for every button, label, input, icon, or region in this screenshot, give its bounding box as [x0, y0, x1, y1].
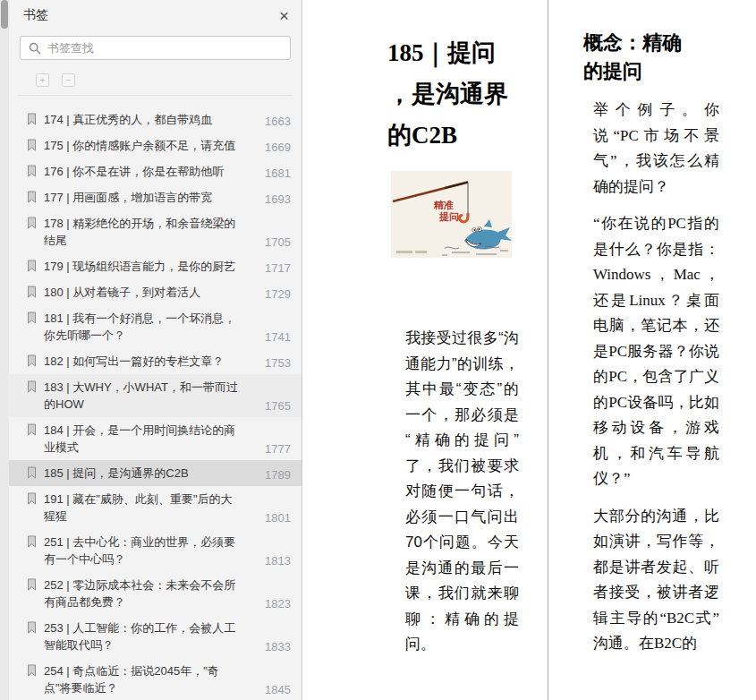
bookmark-item[interactable]: 183 | 大WHY，小WHAT，和一带而过的HOW 1765	[9, 374, 302, 417]
bookmark-item[interactable]: 251 | 去中心化：商业的世界，必须要有一个中心吗？ 1813	[9, 529, 302, 572]
bookmark-page-number: 1705	[265, 235, 291, 249]
bookmark-label: 185 | 提问，是沟通界的C2B	[44, 465, 239, 482]
bookmark-label: 179 | 现场组织语言能力，是你的厨艺	[44, 258, 239, 275]
bookmark-icon	[27, 286, 37, 298]
bookmark-icon	[27, 312, 37, 324]
panel-title: 书签	[23, 7, 48, 23]
bookmark-label: 177 | 用画面感，增加语言的带宽	[44, 189, 239, 206]
search-icon	[29, 42, 41, 55]
bookmark-label: 251 | 去中心化：商业的世界，必须要有一个中心吗？	[44, 534, 239, 568]
section-paragraph: 举个例子。你说“PC市场不景气”，我该怎么精确的提问？	[593, 98, 719, 200]
bookmark-item[interactable]: 185 | 提问，是沟通界的C2B 1789	[9, 460, 302, 486]
bookmark-item[interactable]: 184 | 开会，是一个用时间换结论的商业模式 1777	[9, 417, 302, 460]
sidebar-scrollbar[interactable]	[0, 0, 9, 700]
bookmark-item[interactable]: 191 | 藏在"威胁、此刻、重要"后的大猩猩 1801	[9, 486, 302, 529]
bookmark-page-number: 1777	[265, 442, 291, 456]
bookmark-icon	[27, 380, 37, 393]
bookmark-label: 183 | 大WHY，小WHAT，和一带而过的HOW	[44, 379, 239, 413]
section-paragraph: 大部分的沟通，比如演讲，写作等，都是讲者发起、听者接受，被讲者逻辑主导的“B2C…	[593, 504, 719, 657]
bookmark-icon	[27, 535, 37, 548]
bookmark-label: 254 | 奇点临近：据说2045年，"奇点"将要临近？	[44, 662, 239, 696]
chapter-title-line: 的C2B	[387, 115, 547, 156]
bookmark-item[interactable]: 174 | 真正优秀的人，都自带鸡血 1663	[9, 107, 302, 132]
scrollbar-thumb[interactable]	[1, 0, 8, 29]
bookmark-icon	[27, 578, 37, 591]
bookmark-page-number: 1717	[265, 261, 291, 275]
bookmark-label: 182 | 如何写出一篇好的专栏文章？	[44, 353, 239, 370]
bookmark-item[interactable]: 175 | 你的情感账户余额不足，请充值 1669	[9, 132, 302, 158]
bookmark-icon	[27, 191, 37, 203]
illustration-caption-line: 提问	[438, 211, 459, 222]
bookmark-label: 175 | 你的情感账户余额不足，请充值	[44, 137, 239, 154]
bookmark-label: 191 | 藏在"威胁、此刻、重要"后的大猩猩	[44, 491, 239, 525]
page-column-right: 概念：精确 的提问 举个例子。你说“PC市场不景气”，我该怎么精确的提问？ “你…	[548, 0, 756, 700]
collapse-all-icon[interactable]: −	[62, 73, 75, 87]
bookmark-label: 252 | 零边际成本社会：未来会不会所有商品都免费？	[44, 576, 239, 610]
bookmark-icon	[27, 466, 37, 479]
bookmark-page-number: 1693	[265, 192, 291, 206]
bookmark-search-input[interactable]	[47, 41, 282, 55]
bookmark-search-box[interactable]	[20, 36, 291, 60]
document-view: 185｜提问 ，是沟通界 的C2B 精准 提问	[302, 0, 756, 700]
bookmarks-header: 书签 ×	[9, 0, 302, 29]
bookmark-page-number: 1833	[265, 640, 291, 653]
bookmark-page-number: 1789	[265, 468, 291, 482]
bookmark-page-number: 1663	[265, 115, 291, 128]
section-paragraph: “你在说的PC指的是什么？你是指：Windows，Mac，还是Linux？桌面电…	[593, 211, 719, 492]
bookmark-icon	[27, 260, 37, 272]
bookmark-icon	[27, 139, 37, 151]
bookmark-icon	[27, 354, 37, 367]
bookmark-icon	[27, 492, 37, 505]
credit-marks	[396, 251, 427, 253]
bookmark-icon	[27, 165, 37, 177]
bookmark-label: 253 | 人工智能：你的工作，会被人工智能取代吗？	[44, 619, 239, 653]
bookmark-label: 180 | 从对着镜子，到对着活人	[44, 284, 239, 301]
bookmark-item[interactable]: 177 | 用画面感，增加语言的带宽 1693	[9, 184, 302, 210]
bookmark-icon	[27, 217, 37, 229]
bookmark-tools: + −	[36, 73, 302, 87]
close-icon[interactable]: ×	[279, 7, 289, 24]
bookmark-item[interactable]: 181 | 我有一个好消息，一个坏消息，你先听哪一个？ 1741	[9, 305, 302, 348]
bookmark-item[interactable]: 252 | 零边际成本社会：未来会不会所有商品都免费？ 1823	[9, 572, 302, 615]
bookmark-list: 174 | 真正优秀的人，都自带鸡血 1663 175 | 你的情感账户余额不足…	[9, 96, 302, 700]
bookmark-label: 178 | 精彩绝伦的开场，和余音绕梁的结尾	[44, 215, 239, 249]
illustration-caption-line: 精准	[433, 200, 454, 210]
app-window: 书签 × + − 174 | 真正优秀的人，都自带鸡血 1	[0, 0, 756, 700]
section-heading-line: 的提问	[583, 57, 726, 86]
bookmark-page-number: 1753	[265, 356, 291, 370]
section-paragraphs: 举个例子。你说“PC市场不景气”，我该怎么精确的提问？ “你在说的PC指的是什么…	[593, 98, 719, 657]
bookmark-item[interactable]: 179 | 现场组织语言能力，是你的厨艺 1717	[9, 253, 302, 279]
bookmark-page-number: 1823	[265, 597, 291, 610]
bookmark-page-number: 1681	[265, 166, 291, 180]
section-heading: 概念：精确 的提问	[583, 29, 726, 86]
bookmark-icon	[27, 664, 37, 677]
chapter-title-line: 185｜提问	[387, 32, 547, 73]
bookmark-icon	[27, 621, 37, 634]
article-paragraph: 我接受过很多“沟通能力”的训练，其中最“变态”的一个，那必须是“精确的提问”了，…	[405, 326, 519, 658]
chapter-title-line: ，是沟通界	[387, 73, 547, 115]
bookmark-item[interactable]: 176 | 你不是在讲，你是在帮助他听 1681	[9, 158, 302, 184]
bookmark-icon	[27, 113, 37, 125]
bookmark-page-number: 1813	[265, 554, 291, 568]
bookmark-item[interactable]: 178 | 精彩绝伦的开场，和余音绕梁的结尾 1705	[9, 210, 302, 253]
bookmark-label: 176 | 你不是在讲，你是在帮助他听	[44, 163, 239, 180]
bookmark-page-number: 1801	[265, 511, 291, 525]
expand-all-icon[interactable]: +	[36, 73, 49, 87]
bookmark-item[interactable]: 253 | 人工智能：你的工作，会被人工智能取代吗？ 1833	[9, 615, 302, 658]
bookmarks-panel: 书签 × + − 174 | 真正优秀的人，都自带鸡血 1	[9, 0, 302, 700]
bookmark-icon	[27, 423, 37, 436]
bookmark-page-number: 1765	[265, 399, 291, 413]
bookmark-label: 174 | 真正优秀的人，都自带鸡血	[44, 111, 239, 128]
chapter-illustration: 精准 提问	[391, 171, 512, 258]
bookmark-page-number: 1669	[265, 141, 291, 154]
chapter-title: 185｜提问 ，是沟通界 的C2B	[387, 32, 547, 156]
bookmark-page-number: 1729	[265, 287, 291, 301]
bookmark-page-number: 1741	[265, 330, 291, 344]
bookmark-label: 184 | 开会，是一个用时间换结论的商业模式	[44, 422, 239, 456]
page-column-left: 185｜提问 ，是沟通界 的C2B 精准 提问	[302, 0, 548, 700]
bookmark-item[interactable]: 180 | 从对着镜子，到对着活人 1729	[9, 279, 302, 305]
bookmark-item[interactable]: 182 | 如何写出一篇好的专栏文章？ 1753	[9, 348, 302, 374]
bookmark-label: 181 | 我有一个好消息，一个坏消息，你先听哪一个？	[44, 310, 239, 344]
bookmark-page-number: 1845	[265, 683, 291, 696]
bookmark-item[interactable]: 254 | 奇点临近：据说2045年，"奇点"将要临近？ 1845	[9, 658, 302, 700]
